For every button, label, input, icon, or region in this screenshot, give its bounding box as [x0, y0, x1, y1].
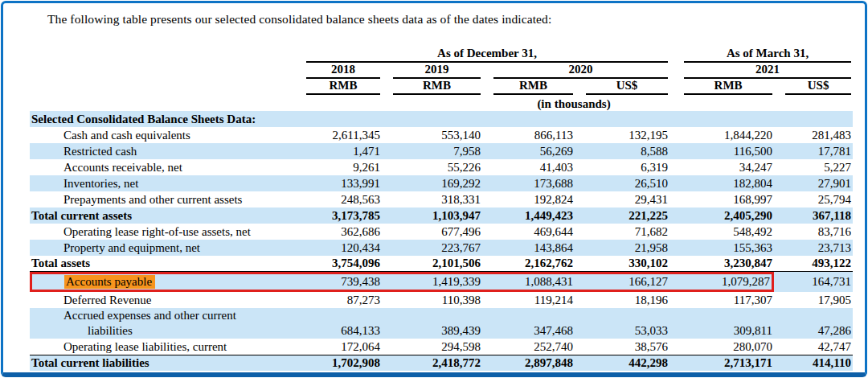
cell-value: 309,811 — [669, 308, 774, 339]
row-label-cell: Total current liabilities — [30, 355, 295, 371]
cell-value: 3,230,847 — [669, 256, 774, 272]
empty-header-cell — [30, 95, 295, 111]
row-label-cell: Accounts receivable, net — [30, 159, 295, 175]
year-header-2018: 2018 — [295, 63, 382, 79]
cell-value: 548,492 — [669, 224, 774, 240]
cell-value: 117,307 — [669, 292, 774, 308]
cell-value: 17,781 — [774, 143, 853, 159]
cell-value: 192,824 — [482, 191, 575, 207]
cell-value: 25,794 — [774, 191, 853, 207]
cell-value: 41,403 — [482, 159, 575, 175]
table-row: Operating lease right-of-use assets, net… — [30, 224, 853, 240]
section-header-row: Selected Consolidated Balance Sheets Dat… — [30, 111, 853, 127]
cell-value: 347,468 — [482, 308, 575, 339]
cell-value: 2,101,506 — [382, 256, 482, 272]
cell-value: 169,292 — [382, 175, 482, 191]
empty-header-cell — [30, 47, 295, 63]
cell-value: 21,958 — [575, 240, 669, 256]
cell-value: 1,079,287 — [669, 272, 774, 292]
cell-value: 168,997 — [669, 191, 774, 207]
cell-value: 2,611,345 — [295, 127, 382, 143]
row-label-cell: Accounts payable — [30, 272, 295, 292]
row-label: Total assets — [31, 257, 90, 269]
cell-value: 166,127 — [575, 272, 669, 292]
cell-value: 367,118 — [774, 207, 853, 224]
table-row: Accrued expenses and other currentliabil… — [30, 308, 853, 339]
cell-value: 281,483 — [774, 127, 853, 143]
currency-header: US$ — [774, 79, 853, 95]
currency-row: RMB RMB RMB US$ RMB US$ — [30, 79, 853, 95]
cell-value: 8,588 — [575, 143, 669, 159]
row-label: Prepayments and other current assets — [63, 193, 242, 206]
currency-header: US$ — [575, 79, 669, 95]
cell-value: 362,686 — [295, 224, 382, 240]
row-label: Deferred Revenue — [63, 294, 152, 306]
cell-value: 133,991 — [295, 175, 382, 191]
row-label: Accrued expenses and other current — [63, 309, 236, 322]
group-header-december: As of December 31, — [295, 47, 669, 63]
cell-value: 1,088,431 — [482, 272, 575, 292]
document-frame: The following table presents our selecte… — [1, 1, 867, 377]
units-row: (in thousands) — [30, 95, 853, 111]
cell-value: 53,033 — [575, 308, 669, 339]
cell-value: 469,644 — [482, 224, 575, 240]
row-label: Selected Consolidated Balance Sheets Dat… — [31, 113, 256, 125]
cell-value: 1,103,947 — [382, 207, 482, 224]
row-label-cell: Prepayments and other current assets — [30, 191, 295, 207]
balance-sheet-body: Selected Consolidated Balance Sheets Dat… — [30, 111, 853, 371]
cell-value: 23,713 — [774, 240, 853, 256]
cell-value: 866,113 — [482, 127, 575, 143]
row-label-cell: Operating lease right-of-use assets, net — [30, 224, 295, 240]
table-row: Total current liabilities1,702,9082,418,… — [30, 355, 853, 371]
year-header-2019: 2019 — [382, 63, 482, 79]
cell-value: 143,864 — [482, 240, 575, 256]
row-label-cell: Operating lease liabilities, current — [30, 339, 295, 355]
cell-value: 56,269 — [482, 143, 575, 159]
row-label: Cash and cash equivalents — [63, 129, 190, 142]
cell-value: 1,702,908 — [295, 355, 382, 371]
currency-header: RMB — [382, 79, 482, 95]
cell-value: 1,471 — [295, 143, 382, 159]
table-row: Inventories, net133,991169,292173,68826,… — [30, 175, 853, 191]
row-label: Total current liabilities — [31, 356, 149, 369]
row-label-line2: liabilities — [63, 323, 295, 339]
row-label-cell: Deferred Revenue — [30, 292, 295, 308]
table-row: Operating lease liabilities, current172,… — [30, 339, 853, 355]
row-label: Inventories, net — [63, 177, 138, 190]
cell-value: 116,500 — [669, 143, 774, 159]
cell-value: 83,716 — [774, 224, 853, 240]
empty-header-cell — [30, 63, 295, 79]
year-header-2020: 2020 — [482, 63, 669, 79]
cell-value: 223,767 — [382, 240, 482, 256]
cell-value: 173,688 — [482, 175, 575, 191]
row-label: Operating lease liabilities, current — [63, 340, 227, 353]
cell-value: 280,070 — [669, 339, 774, 355]
cell-value: 553,140 — [382, 127, 482, 143]
cell-value: 389,439 — [382, 308, 482, 339]
row-label-cell: Cash and cash equivalents — [30, 127, 295, 143]
cell-value: 248,563 — [295, 191, 382, 207]
cell-value: 252,740 — [482, 339, 575, 355]
group-header-march: As of March 31, — [669, 47, 853, 63]
table-row: Total current assets3,173,7851,103,9471,… — [30, 207, 853, 224]
row-label-cell: Total assets — [30, 256, 295, 272]
row-label-cell: Accrued expenses and other currentliabil… — [30, 308, 295, 339]
cell-value: 330,102 — [575, 256, 669, 272]
cell-value: 442,298 — [575, 355, 669, 371]
group-header-label: As of March 31, — [684, 47, 851, 63]
cell-value: 677,496 — [382, 224, 482, 240]
cell-value: 5,227 — [774, 159, 853, 175]
cell-value: 120,434 — [295, 240, 382, 256]
cell-value: 29,431 — [575, 191, 669, 207]
row-label-cell: Property and equipment, net — [30, 240, 295, 256]
cell-value: 2,713,171 — [669, 355, 774, 371]
cell-value: 87,273 — [295, 292, 382, 308]
year-header-2021: 2021 — [669, 63, 853, 79]
row-label-cell: Total current assets — [30, 207, 295, 224]
currency-header: RMB — [295, 79, 382, 95]
row-label-cell: Selected Consolidated Balance Sheets Dat… — [30, 111, 853, 127]
cell-value: 7,958 — [382, 143, 482, 159]
cell-value: 1,449,423 — [482, 207, 575, 224]
row-label: Property and equipment, net — [63, 241, 200, 254]
cell-value: 119,214 — [482, 292, 575, 308]
